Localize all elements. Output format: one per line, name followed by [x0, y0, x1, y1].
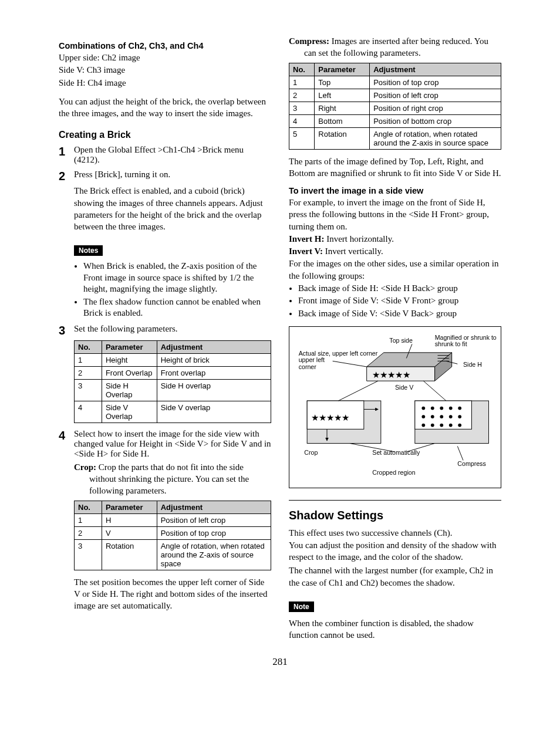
svg-point-23 — [440, 407, 443, 410]
step-text: Set the following parameters. — [74, 324, 271, 334]
table-cell: Rotation — [102, 539, 157, 570]
after-table-text: The parts of the image defined by Top, L… — [289, 156, 501, 180]
svg-text:Magnified or shrunk to fit: Magnified or shrunk to fit — [435, 334, 497, 341]
table-cell: Position of top crop — [157, 526, 271, 539]
step-number: 1 — [59, 145, 74, 158]
table-cell: 4 — [75, 401, 102, 423]
invert-bullet: Back image of Side H: <Side H Back> grou… — [298, 283, 501, 295]
svg-text:Actual size, upper left corner: Actual size, upper left corner — [299, 350, 378, 357]
step-text: Select how to insert the image for the s… — [74, 429, 271, 459]
table-header: Adjustment — [370, 63, 501, 76]
shadow-settings-heading: Shadow Settings — [289, 500, 501, 522]
table-header: Parameter — [102, 501, 157, 513]
table-cell: 3 — [75, 379, 102, 401]
table-cell: 1 — [75, 353, 102, 366]
diagram-svg: Top side Magnified or shrunk to fit shru… — [293, 333, 497, 480]
svg-text:★★★★★: ★★★★★ — [372, 370, 410, 380]
table-cell: Right — [315, 102, 370, 114]
svg-point-21 — [421, 407, 425, 410]
svg-text:shrunk to fit: shrunk to fit — [435, 340, 467, 347]
svg-point-24 — [449, 407, 453, 410]
table-header: Adjustment — [157, 340, 271, 353]
svg-text:upper left: upper left — [299, 357, 325, 364]
svg-text:Top side: Top side — [389, 337, 413, 344]
step-number: 3 — [59, 324, 74, 337]
svg-text:Crop: Crop — [304, 449, 318, 456]
notes-label: Notes — [74, 245, 103, 256]
table-header: Parameter — [102, 340, 157, 353]
table-cell: Position of left crop — [157, 513, 271, 526]
svg-line-45 — [338, 381, 378, 401]
note-item: When Brick is enabled, the Z-axis positi… — [83, 261, 271, 295]
page-number: 281 — [59, 656, 501, 668]
table-cell: Position of bottom crop — [370, 114, 501, 127]
step-text: Open the Global Effect >Ch1-Ch4 >Brick m… — [74, 145, 271, 165]
table-cell: 2 — [75, 366, 102, 379]
table-cell: 1 — [75, 513, 102, 526]
table-cell: Front Overlap — [102, 366, 157, 379]
combo-line: Side V: Ch3 image — [59, 64, 271, 76]
table-cell: Side V Overlap — [102, 401, 157, 423]
step-detail: The Brick effect is enabled, and a cuboi… — [74, 185, 271, 232]
table-cell: Position of top crop — [370, 76, 501, 89]
table-header: No. — [75, 340, 102, 353]
svg-point-22 — [431, 407, 434, 410]
table-header: No. — [75, 501, 102, 513]
note-item: The flex shadow function cannot be enabl… — [83, 296, 271, 319]
svg-point-25 — [458, 407, 461, 410]
svg-point-34 — [449, 424, 453, 427]
table-cell: Side H overlap — [157, 379, 271, 401]
table-cell: Position of right crop — [370, 102, 501, 114]
svg-line-43 — [457, 447, 463, 461]
table-cell: Angle of rotation, when rotated around t… — [157, 539, 271, 570]
table-cell: Height — [102, 353, 157, 366]
invert-h-line: Invert H: Invert horizontally. — [289, 233, 501, 245]
svg-text:Side V: Side V — [395, 384, 414, 391]
create-brick-heading: Creating a Brick — [59, 130, 271, 140]
table-cell: 3 — [75, 539, 102, 570]
table-cell: Side V overlap — [157, 401, 271, 423]
table-cell: Height of brick — [157, 353, 271, 366]
shadow-paragraph: You can adjust the position and density … — [289, 539, 501, 563]
table-header: Parameter — [315, 63, 370, 76]
svg-point-29 — [449, 415, 453, 418]
svg-line-41 — [406, 444, 434, 452]
crop-definition: Crop: Crop the parts that do not fit int… — [74, 461, 271, 497]
svg-point-26 — [421, 415, 425, 418]
invert-heading: To invert the image in a side view — [289, 186, 501, 195]
combo-line: Upper side: Ch2 image — [59, 52, 271, 63]
table-header: No. — [289, 63, 315, 76]
parameter-table-1: No. Parameter Adjustment 1HeightHeight o… — [74, 340, 271, 423]
table-cell: Rotation — [315, 127, 370, 149]
shadow-note: When the combiner function is disabled, … — [289, 617, 501, 641]
step-number: 4 — [59, 429, 74, 442]
invert-bullet: Front image of Side V: <Side V Front> gr… — [298, 295, 501, 307]
table-cell: Angle of rotation, when rotated around t… — [370, 127, 501, 149]
table-cell: 5 — [289, 127, 315, 149]
shadow-paragraph: The channel with the largest number (for… — [289, 565, 501, 589]
svg-text:Compress: Compress — [457, 460, 485, 467]
step-number: 2 — [59, 170, 74, 182]
table-cell: Front overlap — [157, 366, 271, 379]
parameter-table-3: No. Parameter Adjustment 1TopPosition of… — [289, 63, 501, 150]
table-cell: 1 — [289, 76, 315, 89]
step-text: Press [Brick], turning it on. — [74, 170, 271, 180]
parameter-table-2: No. Parameter Adjustment 1HPosition of l… — [74, 501, 271, 570]
svg-point-31 — [421, 424, 425, 427]
table-cell: Top — [315, 76, 370, 89]
table-header: Adjustment — [157, 501, 271, 513]
svg-point-32 — [431, 424, 434, 427]
table-cell: 2 — [75, 526, 102, 539]
combo-heading: Combinations of Ch2, Ch3, and Ch4 — [59, 41, 271, 50]
svg-point-30 — [458, 415, 461, 418]
table-cell: H — [102, 513, 157, 526]
svg-text:corner: corner — [299, 363, 317, 370]
table-cell: Side H Overlap — [102, 379, 157, 401]
compress-definition: Compress: Images are inserted after bein… — [289, 35, 501, 59]
table-cell: 4 — [289, 114, 315, 127]
svg-text:Cropped region: Cropped region — [372, 469, 415, 476]
svg-point-33 — [440, 424, 443, 427]
brick-diagram: Top side Magnified or shrunk to fit shru… — [289, 326, 501, 488]
svg-point-35 — [458, 424, 461, 427]
after-table-text: The set position becomes the upper left … — [74, 576, 271, 612]
